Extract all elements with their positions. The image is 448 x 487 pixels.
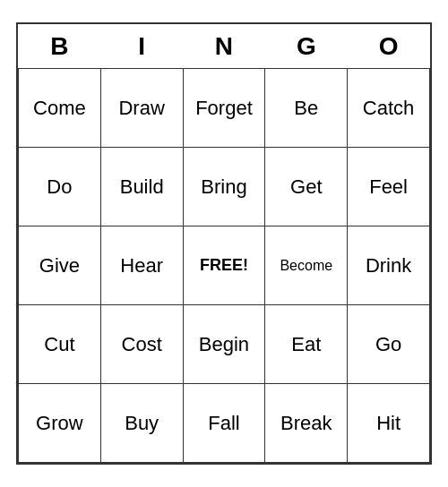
table-cell: Grow <box>19 384 101 463</box>
table-cell: Hit <box>348 384 430 463</box>
bingo-table: B I N G O ComeDrawForgetBeCatchDoBuildBr… <box>18 24 430 464</box>
table-row: CutCostBeginEatGo <box>19 305 430 384</box>
table-cell: FREE! <box>183 226 265 305</box>
table-cell: Build <box>100 148 183 226</box>
table-cell: Break <box>265 384 348 463</box>
header-g: G <box>265 24 348 69</box>
table-cell: Forget <box>183 69 265 148</box>
bingo-card: B I N G O ComeDrawForgetBeCatchDoBuildBr… <box>16 22 432 466</box>
header-b: B <box>19 24 101 69</box>
table-cell: Cut <box>19 305 101 384</box>
bingo-body: ComeDrawForgetBeCatchDoBuildBringGetFeel… <box>19 69 430 463</box>
table-cell: Feel <box>348 148 430 226</box>
table-row: ComeDrawForgetBeCatch <box>19 69 430 148</box>
table-cell: Become <box>265 226 348 305</box>
table-cell: Hear <box>100 226 183 305</box>
table-cell: Go <box>348 305 430 384</box>
header-n: N <box>183 24 265 69</box>
table-cell: Bring <box>183 148 265 226</box>
table-cell: Eat <box>265 305 348 384</box>
table-cell: Fall <box>183 384 265 463</box>
table-cell: Catch <box>348 69 430 148</box>
table-cell: Buy <box>100 384 183 463</box>
table-row: DoBuildBringGetFeel <box>19 148 430 226</box>
table-cell: Be <box>265 69 348 148</box>
table-cell: Do <box>19 148 101 226</box>
table-cell: Drink <box>348 226 430 305</box>
header-row: B I N G O <box>19 24 430 69</box>
table-row: GrowBuyFallBreakHit <box>19 384 430 463</box>
header-o: O <box>348 24 430 69</box>
table-cell: Get <box>265 148 348 226</box>
table-cell: Cost <box>100 305 183 384</box>
header-i: I <box>100 24 183 69</box>
table-cell: Give <box>19 226 101 305</box>
table-row: GiveHearFREE!BecomeDrink <box>19 226 430 305</box>
table-cell: Come <box>19 69 101 148</box>
table-cell: Begin <box>183 305 265 384</box>
table-cell: Draw <box>100 69 183 148</box>
